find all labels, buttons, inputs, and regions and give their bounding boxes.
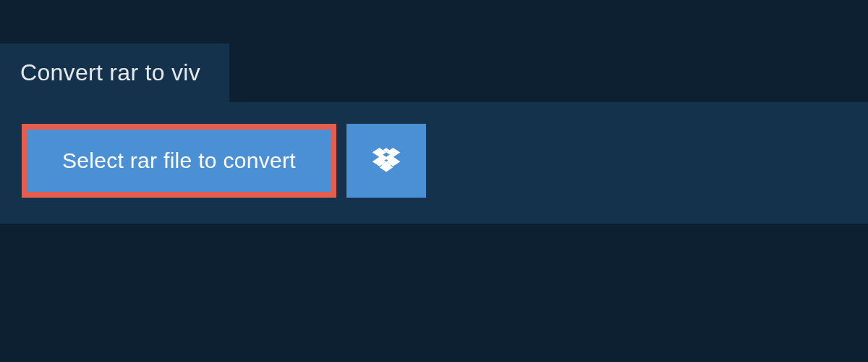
select-file-button[interactable]: Select rar file to convert	[22, 124, 336, 198]
dropbox-button[interactable]	[346, 124, 426, 198]
button-row: Select rar file to convert	[22, 124, 846, 198]
page-title: Convert rar to viv	[20, 59, 200, 86]
dropbox-icon	[373, 146, 400, 176]
select-file-label: Select rar file to convert	[62, 148, 296, 173]
tab-header: Convert rar to viv	[0, 43, 229, 102]
upload-panel: Select rar file to convert	[0, 102, 868, 224]
